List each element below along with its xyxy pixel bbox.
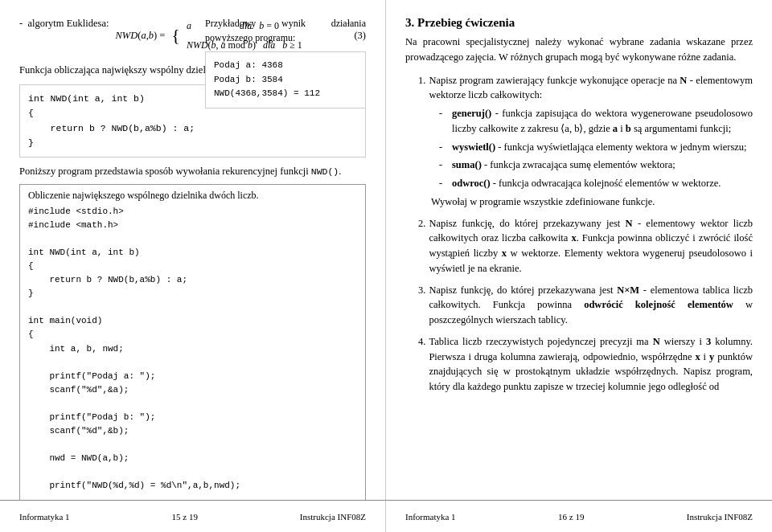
task-3: 3. Napisz funkcję, do której przekazywan… — [418, 283, 753, 328]
task-1-item-1: generuj() - funkcja zapisująca do wektor… — [439, 106, 753, 137]
task-1: 1. Napisz program zawierający funkcje wy… — [418, 73, 753, 210]
program-description: Poniższy program przedstawia sposób wywo… — [19, 164, 366, 179]
boxed-section: Obliczenie największego wspólnego dzieln… — [19, 184, 366, 500]
task-1-sublist: generuj() - funkcja zapisująca do wektor… — [431, 106, 753, 191]
nwd-formula-label: NWD(a,b) = — [115, 30, 165, 42]
task-2: 2. Napisz funkcję, do której przekazywan… — [418, 216, 753, 276]
intro-text: Na pracowni specjalistycznej należy wyko… — [405, 35, 753, 65]
sample-output-label: Przykładowy wynik działania powyższego p… — [205, 16, 366, 45]
algo-label: - algorytm Euklidesa: — [19, 16, 109, 30]
sample-output-code: Podaj a: 4368 Podaj b: 3584 NWD(4368,358… — [205, 51, 366, 108]
footer-right-course: Instrukcja INF08Z — [687, 512, 753, 522]
footer-left-label: Informatyka 1 — [19, 512, 70, 522]
task-1-footer: Wywołaj w programie wszystkie zdefiniowa… — [431, 194, 753, 210]
footer-left-course: Instrukcja INF08Z — [300, 512, 366, 522]
section-heading: 3. Przebieg ćwiczenia — [405, 16, 753, 30]
task-1-item-2: wyswietl() - funkcja wyświetlająca eleme… — [439, 140, 753, 155]
footer-right-page: Informatyka 1 16 z 19 Instrukcja INF08Z — [386, 501, 772, 532]
brace-symbol: { — [171, 27, 180, 44]
footer-left-page: Informatyka 1 15 z 19 Instrukcja INF08Z — [0, 501, 386, 532]
task-1-item-4: odwroc() - funkcja odwracająca kolejność… — [439, 176, 753, 191]
task-4: 4. Tablica liczb rzeczywistych pojedyncz… — [418, 334, 753, 395]
sample-output-section: Przykładowy wynik działania powyższego p… — [205, 16, 366, 115]
left-page: - algorytm Euklidesa: NWD(a,b) = { a dla… — [0, 0, 386, 500]
footer-left-page-number: 15 z 19 — [172, 512, 198, 522]
task-list: 1. Napisz program zawierający funkcje wy… — [405, 73, 753, 395]
right-page: 3. Przebieg ćwiczenia Na pracowni specja… — [386, 0, 772, 500]
footer-right-label: Informatyka 1 — [405, 512, 456, 522]
footer: Informatyka 1 15 z 19 Instrukcja INF08Z … — [0, 500, 772, 532]
task-1-item-3: suma() - funkcja zwracająca sumę element… — [439, 158, 753, 173]
footer-right-page-number: 16 z 19 — [558, 512, 584, 522]
box-label: Obliczenie największego wspólnego dzieln… — [28, 190, 357, 202]
main-code-block: #include <stdio.h> #include <math.h> int… — [28, 205, 357, 500]
